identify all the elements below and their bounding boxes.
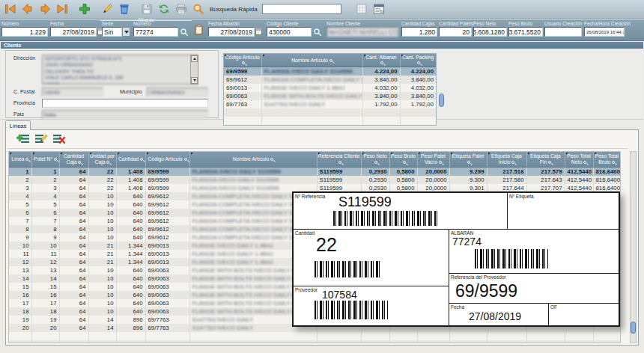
- filter-icon[interactable]: [374, 161, 377, 164]
- cell[interactable]: 640: [116, 209, 145, 217]
- albaran-numero-field[interactable]: 77274: [133, 27, 178, 37]
- cell[interactable]: 16: [9, 291, 31, 299]
- cell[interactable]: 3.840,00: [400, 76, 436, 84]
- cell[interactable]: 6: [31, 209, 59, 217]
- cell[interactable]: 10: [88, 307, 116, 316]
- cell[interactable]: 640: [116, 299, 145, 307]
- cell[interactable]: 22: [88, 167, 116, 176]
- column-header[interactable]: Nombre Artículo: [189, 152, 317, 167]
- cell[interactable]: 10: [9, 242, 31, 250]
- cell[interactable]: 10: [88, 192, 116, 200]
- quick-search-input[interactable]: [262, 4, 341, 14]
- scroll-up-icon[interactable]: [191, 55, 198, 62]
- cell[interactable]: 69/0063: [145, 307, 189, 316]
- cell[interactable]: 11: [31, 250, 59, 258]
- cell[interactable]: 69/9612: [145, 217, 189, 225]
- cell[interactable]: 6: [9, 209, 31, 217]
- cell[interactable]: 640: [116, 307, 145, 316]
- column-header[interactable]: Cant. Packing: [400, 54, 436, 67]
- cell[interactable]: 640: [116, 200, 145, 209]
- cell[interactable]: 1.792,00: [362, 100, 400, 108]
- serie-select[interactable]: Sin: [102, 27, 130, 37]
- filter-icon[interactable]: [25, 158, 28, 161]
- cell[interactable]: 8: [31, 225, 59, 233]
- direccion-scrollbar[interactable]: [190, 55, 198, 85]
- cell[interactable]: 0,2930: [361, 184, 389, 192]
- cell[interactable]: 640: [116, 192, 145, 200]
- cell[interactable]: 64: [59, 184, 88, 192]
- clipboard-icon[interactable]: [193, 23, 204, 39]
- filter-icon[interactable]: [338, 161, 341, 164]
- cell[interactable]: 69/0063: [145, 299, 189, 307]
- cell[interactable]: 15: [9, 283, 31, 291]
- cell[interactable]: 4: [31, 192, 59, 200]
- cell[interactable]: 8: [9, 225, 31, 233]
- cell[interactable]: 1.408: [116, 167, 145, 176]
- codigo-cliente-field[interactable]: 430000: [267, 27, 312, 37]
- cell[interactable]: 14: [88, 324, 116, 332]
- cell[interactable]: 69/7763: [145, 324, 189, 332]
- cell[interactable]: S147763 IVECO DAILY: [261, 100, 362, 108]
- cell[interactable]: 10: [88, 209, 116, 217]
- filter-icon[interactable]: [184, 158, 187, 161]
- cell[interactable]: 69/0013: [145, 258, 189, 266]
- column-header[interactable]: Referencia Cliente: [317, 152, 361, 167]
- cell[interactable]: 1.408: [116, 176, 145, 184]
- cell[interactable]: 217.707: [526, 184, 565, 192]
- provincia-field[interactable]: [42, 99, 208, 108]
- cell[interactable]: 10: [88, 217, 116, 225]
- next-record-button[interactable]: [37, 1, 52, 16]
- cell[interactable]: 217.579: [526, 167, 565, 176]
- cell[interactable]: 22: [88, 176, 116, 184]
- cell[interactable]: 69/0013: [145, 250, 189, 258]
- column-header[interactable]: Etiqueta Caja Inicio: [487, 152, 526, 167]
- cell[interactable]: 4.032,00: [400, 84, 436, 92]
- cell[interactable]: 64: [59, 167, 88, 176]
- cell[interactable]: FLANGIA IVECO DAILY S119599: [189, 184, 317, 192]
- column-header[interactable]: Peso Palet Vacío: [417, 152, 449, 167]
- cell[interactable]: 3.840,00: [400, 92, 436, 100]
- filter-icon[interactable]: [612, 161, 615, 164]
- cell[interactable]: 64: [59, 250, 88, 258]
- table-row[interactable]: 69/0013FLANGE IVECO DAILY 1.4B4J4.032,00…: [224, 84, 436, 92]
- numero-field[interactable]: 1.229: [1, 27, 48, 37]
- cell[interactable]: 64: [59, 316, 88, 324]
- cell[interactable]: 3: [31, 184, 59, 192]
- table-row[interactable]: 69/0063FLANGE WITH BOLTS IVECO DAILY EU6…: [224, 92, 436, 100]
- filter-icon[interactable]: [548, 161, 551, 164]
- column-header[interactable]: Unidad por Caja: [88, 152, 116, 167]
- cell[interactable]: FLANGE WITH BOLTS IVECO DAILY EU6 1.4: [261, 92, 362, 100]
- cell[interactable]: 64: [59, 283, 88, 291]
- cell[interactable]: 217.516: [487, 167, 526, 176]
- cell[interactable]: 0,5800: [389, 184, 417, 192]
- column-header[interactable]: Cantidad: [116, 152, 145, 167]
- cell[interactable]: 12: [31, 258, 59, 266]
- cell[interactable]: 10: [88, 291, 116, 299]
- cell[interactable]: 1.344: [116, 258, 145, 266]
- filter-icon[interactable]: [583, 161, 586, 164]
- tab-lineas[interactable]: Líneas: [5, 120, 31, 130]
- column-header[interactable]: Palet Nº: [31, 152, 59, 167]
- column-header[interactable]: Etiqueta Palet: [449, 152, 487, 167]
- cell[interactable]: 20: [9, 324, 31, 332]
- edit-record-button[interactable]: [100, 1, 115, 16]
- filter-icon[interactable]: [467, 161, 470, 164]
- cell[interactable]: S119599: [317, 176, 361, 184]
- cell[interactable]: 69/0013: [145, 242, 189, 250]
- serie-dropdown-arrow[interactable]: [122, 27, 130, 37]
- cell[interactable]: 15: [31, 283, 59, 291]
- cell[interactable]: 5: [9, 200, 31, 209]
- cell[interactable]: 1.792,00: [400, 100, 436, 108]
- cell[interactable]: 69/0063: [145, 283, 189, 291]
- cell[interactable]: 2: [9, 176, 31, 184]
- cpostal-field[interactable]: 10040: [42, 88, 103, 96]
- cell[interactable]: 10: [31, 242, 59, 250]
- table-row[interactable]: 3364221.40869/9599FLANGIA IVECO DAILY S1…: [9, 184, 620, 192]
- cell[interactable]: 4: [9, 192, 31, 200]
- cell[interactable]: 640: [116, 283, 145, 291]
- column-header[interactable]: Cantidad Caja: [59, 152, 88, 167]
- cell[interactable]: 19: [31, 316, 59, 324]
- cell[interactable]: 640: [116, 233, 145, 242]
- cell[interactable]: 412,5440: [565, 167, 593, 176]
- filter-icon[interactable]: [403, 161, 406, 164]
